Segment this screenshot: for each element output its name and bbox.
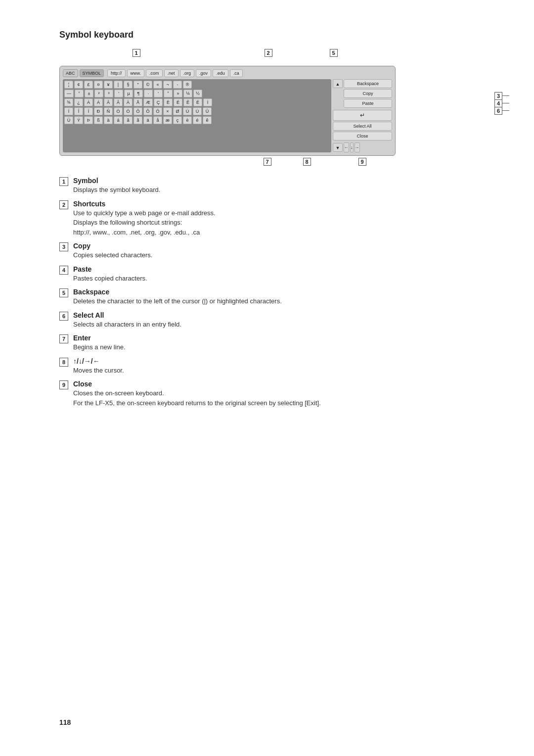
- key-Aring[interactable]: Å: [134, 98, 142, 106]
- key-lsquo[interactable]: ': [154, 90, 163, 97]
- key-threequarters[interactable]: ¾: [64, 98, 73, 106]
- key-THORN[interactable]: Þ: [84, 116, 93, 124]
- shortcut-edu[interactable]: .edu: [213, 69, 228, 77]
- key-currency[interactable]: ¤: [94, 81, 103, 89]
- desc-title-4: Paste: [73, 265, 475, 273]
- key-Uuml[interactable]: Ü: [64, 116, 73, 124]
- key-Ouml[interactable]: Ö: [153, 107, 162, 115]
- key-registered[interactable]: ®: [183, 81, 192, 89]
- symbol-tab[interactable]: SYMBOL: [80, 69, 104, 77]
- key-broken-bar[interactable]: ¦: [64, 81, 73, 89]
- abc-tab[interactable]: ABC: [63, 69, 78, 77]
- key-dash[interactable]: -: [173, 81, 182, 89]
- key-yen[interactable]: ¥: [104, 81, 113, 89]
- key-dquote[interactable]: ": [134, 81, 142, 89]
- key-iquest[interactable]: ¿: [74, 98, 83, 106]
- key-times[interactable]: ×: [163, 107, 172, 115]
- key-raquo[interactable]: »: [174, 90, 182, 97]
- shortcut-org[interactable]: .org: [180, 69, 195, 77]
- key-Igrave[interactable]: Ì: [203, 98, 212, 106]
- key-agrave[interactable]: à: [104, 116, 113, 124]
- select-all-btn[interactable]: Select All: [333, 122, 392, 131]
- key-Ecirc[interactable]: Ê: [183, 98, 192, 106]
- key-aelig[interactable]: æ: [163, 116, 172, 124]
- enter-btn[interactable]: ↵: [333, 110, 392, 121]
- key-aring[interactable]: å: [153, 116, 162, 124]
- arrow-left-btn[interactable]: ←: [344, 142, 349, 152]
- key-laquo[interactable]: «: [153, 81, 162, 89]
- shortcut-net[interactable]: .net: [164, 69, 178, 77]
- paste-btn[interactable]: Paste: [344, 99, 392, 108]
- key-Ucirc[interactable]: Û: [203, 107, 212, 115]
- key-Iacute[interactable]: Í: [64, 107, 73, 115]
- desc-title-8: ↑/↓/→/←: [73, 357, 475, 365]
- key-auml[interactable]: ä: [143, 116, 152, 124]
- key-Oslash[interactable]: Ø: [173, 107, 182, 115]
- arrow-down-btn[interactable]: ↓: [350, 142, 354, 152]
- key-degree[interactable]: °: [75, 90, 84, 97]
- key-ecirc[interactable]: ê: [203, 116, 212, 124]
- key-Ntilde[interactable]: Ñ: [104, 107, 113, 115]
- key-eacute[interactable]: é: [193, 116, 202, 124]
- key-Acirc[interactable]: Â: [104, 98, 113, 106]
- backspace-btn[interactable]: Backspace: [344, 79, 392, 88]
- key-acirc[interactable]: â: [124, 116, 133, 124]
- key-Agrave[interactable]: À: [84, 98, 93, 106]
- key-rsquo[interactable]: ': [114, 90, 123, 97]
- key-atilde[interactable]: ã: [134, 116, 142, 124]
- key-section[interactable]: §: [124, 81, 133, 89]
- key-aacute[interactable]: á: [114, 116, 123, 124]
- shortcut-www[interactable]: www.: [127, 69, 145, 77]
- key-Otilde[interactable]: Õ: [143, 107, 152, 115]
- shortcut-ca[interactable]: .ca: [230, 69, 243, 77]
- key-half[interactable]: ½: [193, 90, 202, 97]
- copy-btn[interactable]: Copy: [344, 89, 392, 98]
- key-sup3[interactable]: ³: [104, 90, 113, 97]
- key-szlig[interactable]: ß: [94, 116, 103, 124]
- key-sup2[interactable]: ²: [94, 90, 103, 97]
- key-middot[interactable]: ·: [144, 90, 153, 97]
- desc-content-5: Backspace Deletes the character to the l…: [73, 288, 475, 306]
- key-Ugrave[interactable]: Ù: [183, 107, 192, 115]
- key-Eacute[interactable]: É: [174, 98, 182, 106]
- close-btn[interactable]: Close: [333, 132, 392, 141]
- key-Yacute[interactable]: Ý: [74, 116, 83, 124]
- key-Egrave[interactable]: È: [164, 98, 173, 106]
- key-egrave[interactable]: è: [183, 116, 192, 124]
- arrow-right-btn[interactable]: →: [355, 142, 360, 152]
- shortcut-gov[interactable]: .gov: [196, 69, 211, 77]
- key-emdash[interactable]: —: [64, 90, 74, 97]
- key-Auml[interactable]: Ä: [124, 98, 133, 106]
- shortcut-http[interactable]: http://: [107, 69, 126, 77]
- key-Iuml[interactable]: Ï: [84, 107, 93, 115]
- key-plusminus[interactable]: ±: [85, 90, 93, 97]
- key-ccedil[interactable]: ç: [173, 116, 182, 124]
- key-pipe[interactable]: |: [114, 81, 123, 89]
- shortcut-com[interactable]: .com: [146, 69, 163, 77]
- key-quarter[interactable]: ¼: [183, 90, 192, 97]
- scroll-down-btn[interactable]: ▼: [333, 143, 343, 152]
- key-ordm[interactable]: °: [164, 90, 173, 97]
- desc-item-4: 4 Paste Pastes copied characters.: [59, 265, 475, 284]
- key-micro[interactable]: µ: [124, 90, 133, 97]
- key-Uacute[interactable]: Ú: [193, 107, 202, 115]
- key-Euml[interactable]: Ë: [193, 98, 202, 106]
- action-buttons: Backspace Copy Paste: [344, 79, 392, 108]
- key-Icirc[interactable]: Î: [74, 107, 83, 115]
- key-copyright[interactable]: ©: [143, 81, 152, 89]
- key-Ccedil[interactable]: Ç: [154, 98, 163, 106]
- key-Ocirc[interactable]: Ô: [134, 107, 142, 115]
- key-Ograve[interactable]: Ò: [114, 107, 123, 115]
- desc-content-4: Paste Pastes copied characters.: [73, 265, 475, 284]
- scroll-up-btn[interactable]: ▲: [333, 79, 343, 88]
- key-Aacute[interactable]: Á: [94, 98, 103, 106]
- key-not[interactable]: ¬: [163, 81, 172, 89]
- key-cent[interactable]: ¢: [74, 81, 83, 89]
- key-pound[interactable]: £: [84, 81, 93, 89]
- key-ETH[interactable]: Ð: [94, 107, 103, 115]
- key-Atilde[interactable]: Ã: [114, 98, 123, 106]
- key-AElig[interactable]: Æ: [143, 98, 153, 106]
- key-pilcrow[interactable]: ¶: [134, 90, 143, 97]
- key-Oacute[interactable]: Ó: [124, 107, 133, 115]
- desc-title-7: Enter: [73, 334, 475, 342]
